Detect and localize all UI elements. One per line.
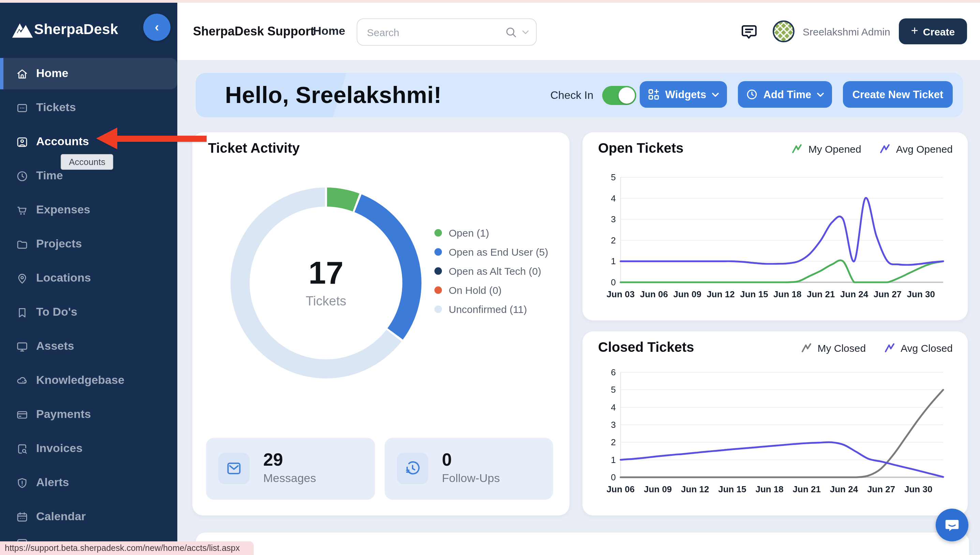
svg-text:Jun 06: Jun 06 — [606, 484, 635, 494]
svg-text:Jun 12: Jun 12 — [681, 484, 709, 494]
closed-tickets-chart: 6543210Jun 06Jun 09Jun 12Jun 15Jun 18Jun… — [597, 367, 949, 499]
donut-legend: Open (1)Open as End User (5)Open as Alt … — [435, 226, 548, 315]
clock-icon — [16, 169, 29, 182]
ticket-activity-title: Ticket Activity — [208, 140, 300, 156]
sidebar-item-tickets[interactable]: Tickets — [0, 92, 177, 124]
svg-text:Jun 18: Jun 18 — [773, 289, 801, 299]
chat-bubble-icon — [943, 516, 961, 534]
sidebar: SherpaDesk ‹ HomeTicketsAccountsTimeExpe… — [0, 3, 177, 555]
sidebar-collapse-button[interactable]: ‹ — [143, 14, 170, 41]
monitor-icon — [16, 340, 29, 353]
sidebar-item-expenses[interactable]: Expenses — [0, 194, 177, 226]
svg-text:5: 5 — [611, 172, 616, 182]
folder-icon — [16, 237, 29, 250]
hello-banner: Hello, Sreelakshmi! Check In Widgets Add… — [196, 73, 963, 117]
next-section-card-partial — [196, 533, 969, 555]
legend-dot — [435, 248, 442, 255]
check-in-group: Check In — [550, 73, 636, 117]
sidebar-item-invoices[interactable]: Invoices — [0, 433, 177, 464]
sidebar-item-assets[interactable]: Assets — [0, 331, 177, 362]
create-button[interactable]: + Create — [899, 18, 967, 44]
add-time-button[interactable]: Add Time — [738, 81, 832, 108]
toggle-knob — [619, 87, 635, 103]
calendar-icon — [16, 510, 29, 523]
closed-tickets-card: Closed Tickets My ClosedAvg Closed 65432… — [582, 331, 968, 515]
svg-text:Jun 12: Jun 12 — [707, 289, 735, 299]
sidebar-item-alerts[interactable]: Alerts — [0, 467, 177, 499]
zigzag-line-icon — [800, 342, 812, 354]
user-name[interactable]: Sreelakshmi Admin — [803, 3, 890, 60]
pin-icon — [16, 272, 29, 285]
svg-text:Jun 09: Jun 09 — [674, 289, 701, 299]
sidebar-item-home[interactable]: Home — [0, 58, 177, 89]
zigzag-line-icon — [884, 342, 895, 354]
sidebar-header: SherpaDesk ‹ — [0, 12, 177, 52]
check-in-label: Check In — [550, 89, 593, 101]
create-new-ticket-label: Create New Ticket — [852, 88, 943, 101]
svg-text:Jun 15: Jun 15 — [718, 484, 746, 494]
svg-text:Jun 21: Jun 21 — [793, 484, 821, 494]
messages-stat-tile[interactable]: 29 Messages — [206, 438, 375, 500]
svg-text:Jun 24: Jun 24 — [830, 484, 858, 494]
cart-icon — [16, 204, 29, 217]
donut-legend-item: Open (1) — [435, 226, 548, 239]
legend-dot — [435, 305, 442, 313]
bookmark-icon — [16, 306, 29, 319]
sidebar-item-locations[interactable]: Locations — [0, 263, 177, 294]
home-icon — [16, 67, 29, 80]
svg-text:3: 3 — [611, 420, 616, 430]
svg-text:2: 2 — [611, 235, 616, 245]
status-url-bar: https://support.beta.sherpadesk.com/new/… — [0, 541, 254, 555]
svg-text:1: 1 — [611, 455, 616, 465]
svg-text:4: 4 — [611, 402, 616, 412]
svg-text:Jun 30: Jun 30 — [904, 484, 932, 494]
svg-text:0: 0 — [611, 277, 616, 287]
clock-history-icon — [397, 453, 428, 484]
follow-ups-stat-tile[interactable]: 0 Follow-Ups — [385, 438, 553, 500]
sherpadesk-logo[interactable]: SherpaDesk — [10, 18, 118, 40]
svg-text:Jun 15: Jun 15 — [740, 289, 768, 299]
create-new-ticket-button[interactable]: Create New Ticket — [843, 81, 953, 108]
clock-icon — [746, 89, 758, 100]
svg-text:Jun 30: Jun 30 — [907, 289, 935, 299]
topbar-nav-home[interactable]: Home — [313, 3, 345, 60]
open-tickets-legend: My OpenedAvg Opened — [791, 143, 953, 155]
ticket-activity-donut-chart: 17 Tickets — [231, 188, 422, 379]
donut-total-label: Tickets — [306, 294, 346, 309]
search-icon[interactable] — [505, 26, 518, 38]
sidebar-item-projects[interactable]: Projects — [0, 228, 177, 260]
sidebar-item-payments[interactable]: Payments — [0, 399, 177, 430]
chart-legend-item: Avg Closed — [884, 342, 953, 354]
sidebar-item-to-do-s[interactable]: To Do's — [0, 297, 177, 328]
open-tickets-card: Open Tickets My OpenedAvg Opened 543210J… — [582, 132, 968, 321]
create-button-label: Create — [923, 26, 955, 37]
user-avatar[interactable] — [773, 21, 794, 42]
search-input[interactable] — [358, 26, 505, 38]
mountain-logo-icon — [10, 18, 35, 40]
invoice-icon — [16, 442, 29, 455]
donut-center: 17 Tickets — [250, 207, 403, 359]
widgets-button-label: Widgets — [665, 88, 706, 101]
svg-text:Jun 21: Jun 21 — [807, 289, 835, 299]
card-icon — [16, 408, 29, 421]
follow-ups-label: Follow-Ups — [442, 472, 500, 486]
chat-fab-button[interactable] — [936, 508, 969, 541]
add-time-button-label: Add Time — [763, 88, 812, 101]
org-name[interactable]: SherpaDesk Support — [193, 3, 314, 60]
search-chevron-down-icon[interactable] — [522, 30, 529, 34]
sidebar-item-knowledgebase[interactable]: Knowledgebase — [0, 365, 177, 396]
chart-legend-item: Avg Opened — [879, 143, 953, 155]
sidebar-item-calendar[interactable]: Calendar — [0, 501, 177, 533]
check-in-toggle[interactable] — [602, 85, 636, 105]
status-url-text: https://support.beta.sherpadesk.com/new/… — [0, 544, 240, 553]
chevron-down-icon — [816, 92, 823, 96]
donut-total-value: 17 — [309, 257, 343, 289]
messages-bubble-icon[interactable] — [740, 22, 759, 41]
svg-text:4: 4 — [611, 193, 616, 204]
legend-dot — [435, 267, 442, 274]
mail-icon — [218, 453, 250, 484]
widgets-button[interactable]: Widgets — [640, 81, 727, 108]
follow-ups-count: 0 — [442, 449, 452, 470]
svg-text:Jun 06: Jun 06 — [640, 289, 668, 299]
svg-text:Jun 09: Jun 09 — [644, 484, 672, 494]
